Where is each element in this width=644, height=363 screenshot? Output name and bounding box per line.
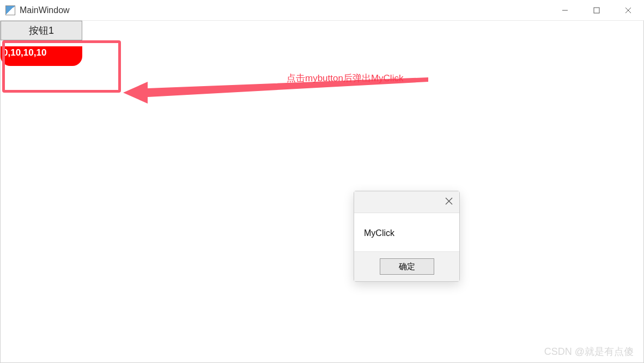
maximize-button[interactable] — [581, 0, 612, 21]
dialog-ok-label: 确定 — [399, 262, 415, 272]
message-dialog: MyClick 确定 — [354, 191, 460, 282]
watermark: CSDN @就是有点傻 — [544, 345, 634, 358]
dialog-message: MyClick — [354, 213, 459, 251]
minimize-icon — [561, 7, 569, 14]
window-titlebar: MainWindow — [0, 0, 644, 21]
minimize-button[interactable] — [549, 0, 581, 21]
svg-rect-1 — [594, 8, 599, 13]
dialog-footer: 确定 — [354, 251, 459, 281]
annotation-highlight-box — [2, 40, 121, 93]
dialog-titlebar — [354, 191, 459, 213]
maximize-icon — [593, 7, 600, 14]
dialog-close-button[interactable] — [445, 197, 453, 207]
button-1[interactable]: 按钮1 — [1, 21, 82, 40]
annotation-text: 点击mybutton后弹出MyClick — [287, 72, 403, 84]
close-button[interactable] — [612, 0, 644, 21]
app-icon — [5, 5, 15, 15]
window-controls — [549, 0, 644, 21]
button-1-label: 按钮1 — [29, 24, 54, 37]
dialog-ok-button[interactable]: 确定 — [380, 258, 434, 275]
close-icon — [624, 7, 632, 14]
client-area: 按钮1 0,10,10,10 点击mybutton后弹出MyClick MyCl… — [0, 21, 644, 363]
window-title: MainWindow — [20, 5, 70, 15]
close-icon — [445, 197, 453, 205]
